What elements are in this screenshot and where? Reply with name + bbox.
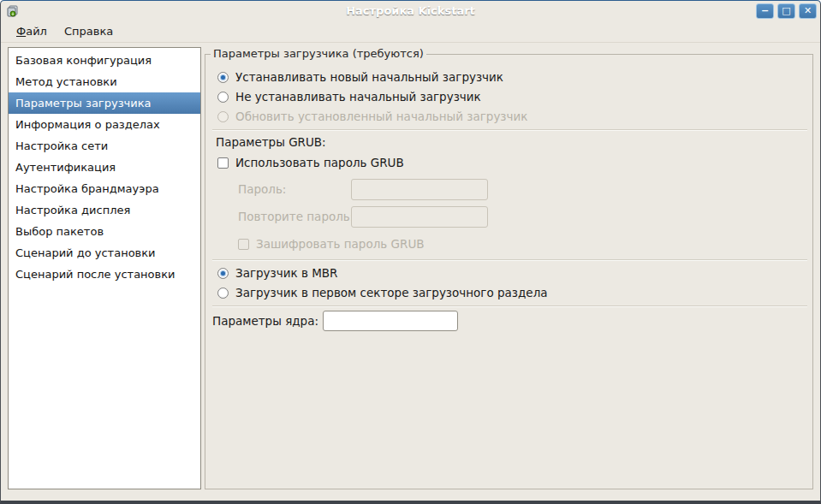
radio-indicator[interactable] bbox=[217, 268, 229, 279]
sidebar-item-partitions[interactable]: Информация о разделах bbox=[9, 114, 200, 135]
radio-first-sector[interactable]: Загрузчик в первом секторе загрузочного … bbox=[217, 283, 548, 302]
confirm-password-input bbox=[351, 206, 488, 228]
grub-options-label-row: Параметры GRUB: bbox=[216, 133, 326, 151]
radio-label: Обновить установленный начальный загрузч… bbox=[235, 110, 527, 123]
sidebar-item-bootloader[interactable]: Параметры загрузчика bbox=[9, 92, 200, 114]
separator bbox=[212, 129, 807, 131]
close-button[interactable]: ✕ bbox=[799, 3, 817, 19]
sidebar-item-packages[interactable]: Выбор пакетов bbox=[9, 221, 200, 242]
radio-indicator bbox=[217, 111, 229, 122]
sidebar-item-authentication[interactable]: Аутентификация bbox=[9, 157, 200, 178]
radio-label: Загрузчик в первом секторе загрузочного … bbox=[235, 286, 548, 299]
password-input bbox=[351, 179, 488, 200]
sidebar-item-basic[interactable]: Базовая конфигурация bbox=[9, 50, 200, 71]
radio-indicator[interactable] bbox=[217, 288, 229, 299]
checkbox-indicator[interactable] bbox=[217, 157, 229, 169]
sidebar-item-pre-script[interactable]: Сценарий до установки bbox=[9, 242, 200, 264]
minimize-button[interactable]: − bbox=[756, 3, 774, 19]
kernel-params-label: Параметры ядра: bbox=[212, 314, 318, 328]
menu-help[interactable]: Справка bbox=[56, 21, 122, 42]
radio-indicator[interactable] bbox=[217, 72, 229, 83]
encrypt-grub-password-checkbox: Зашифровать пароль GRUB bbox=[238, 234, 425, 253]
maximize-button[interactable]: □ bbox=[777, 3, 795, 19]
app-window: Настройка Kickstart − □ ✕ Файл Справка Б… bbox=[0, 0, 821, 504]
radio-label: Загрузчик в MBR bbox=[235, 266, 338, 280]
grub-options-label: Параметры GRUB: bbox=[216, 135, 326, 149]
radio-no-install[interactable]: Не устанавливать начальный загрузчик bbox=[217, 87, 481, 106]
separator bbox=[212, 305, 807, 307]
radio-indicator[interactable] bbox=[217, 92, 229, 103]
radio-install-new[interactable]: Устанавливать новый начальный загрузчик bbox=[217, 68, 503, 86]
checkbox-label: Зашифровать пароль GRUB bbox=[256, 237, 425, 251]
sidebar-item-display[interactable]: Настройка дисплея bbox=[9, 199, 200, 221]
checkbox-label: Использовать пароль GRUB bbox=[235, 156, 404, 169]
window-title: Настройка Kickstart bbox=[0, 4, 821, 17]
window-controls: − □ ✕ bbox=[756, 3, 817, 19]
frame-title: Параметры загрузчика (требуются) bbox=[211, 47, 426, 60]
use-grub-password-checkbox[interactable]: Использовать пароль GRUB bbox=[217, 153, 404, 172]
menubar: Файл Справка bbox=[1, 21, 820, 43]
radio-mbr[interactable]: Загрузчик в MBR bbox=[217, 264, 338, 282]
checkbox-indicator bbox=[238, 239, 249, 250]
sidebar-item-post-script[interactable]: Сценарий после установки bbox=[9, 264, 200, 285]
radio-label: Не устанавливать начальный загрузчик bbox=[235, 90, 481, 104]
bootloader-options-frame: Параметры загрузчика (требуются) Устанав… bbox=[205, 54, 813, 489]
kernel-params-input[interactable] bbox=[323, 311, 458, 331]
titlebar[interactable]: Настройка Kickstart − □ ✕ bbox=[0, 0, 821, 21]
radio-upgrade-existing: Обновить установленный начальный загрузч… bbox=[217, 107, 527, 126]
sidebar-item-firewall[interactable]: Настройка брандмауэра bbox=[9, 178, 200, 199]
separator bbox=[212, 259, 807, 261]
sidebar-item-install-method[interactable]: Метод установки bbox=[9, 71, 200, 92]
menu-file[interactable]: Файл bbox=[8, 21, 56, 42]
confirm-password-label: Повторите пароль: bbox=[238, 210, 354, 223]
category-list: Базовая конфигурация Метод установки Пар… bbox=[8, 47, 201, 489]
password-label: Пароль: bbox=[238, 182, 286, 196]
radio-label: Устанавливать новый начальный загрузчик bbox=[235, 70, 503, 84]
sidebar-item-network[interactable]: Настройка сети bbox=[9, 135, 200, 157]
